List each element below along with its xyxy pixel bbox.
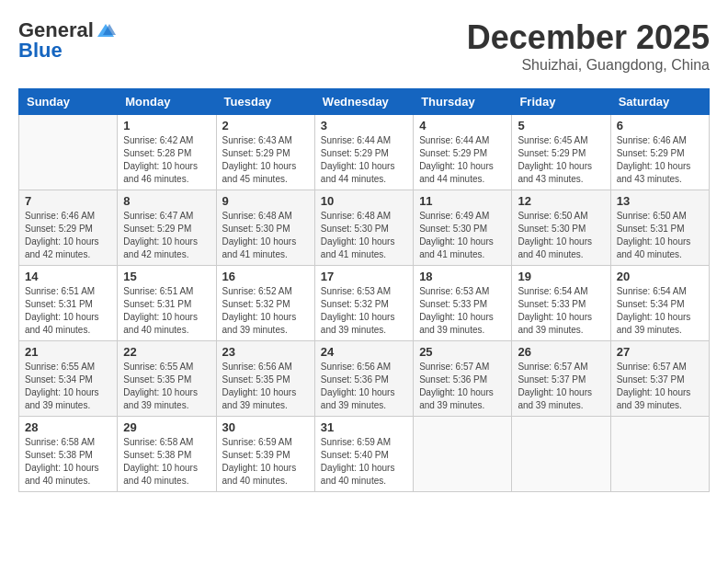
table-row: 22Sunrise: 6:55 AM Sunset: 5:35 PM Dayli… [118, 341, 216, 417]
day-number: 7 [25, 194, 111, 208]
table-row: 24Sunrise: 6:56 AM Sunset: 5:36 PM Dayli… [314, 341, 413, 417]
day-info: Sunrise: 6:56 AM Sunset: 5:36 PM Dayligh… [321, 361, 407, 412]
day-number: 1 [123, 119, 210, 132]
day-info: Sunrise: 6:55 AM Sunset: 5:35 PM Dayligh… [123, 361, 210, 412]
day-number: 5 [518, 119, 604, 132]
table-row: 30Sunrise: 6:59 AM Sunset: 5:39 PM Dayli… [216, 417, 314, 492]
day-info: Sunrise: 6:57 AM Sunset: 5:37 PM Dayligh… [617, 361, 703, 412]
table-row [414, 417, 512, 492]
header-sunday: Sunday [19, 89, 118, 115]
calendar-week-row: 7Sunrise: 6:46 AM Sunset: 5:29 PM Daylig… [19, 190, 710, 266]
table-row [512, 417, 610, 492]
day-info: Sunrise: 6:58 AM Sunset: 5:38 PM Dayligh… [25, 436, 111, 488]
day-info: Sunrise: 6:54 AM Sunset: 5:33 PM Dayligh… [518, 285, 604, 337]
day-number: 4 [419, 119, 506, 132]
day-info: Sunrise: 6:46 AM Sunset: 5:29 PM Dayligh… [25, 210, 111, 261]
calendar-header-row: Sunday Monday Tuesday Wednesday Thursday… [19, 89, 710, 115]
day-info: Sunrise: 6:46 AM Sunset: 5:29 PM Dayligh… [617, 134, 703, 186]
day-number: 24 [321, 345, 407, 359]
calendar-week-row: 14Sunrise: 6:51 AM Sunset: 5:31 PM Dayli… [19, 266, 710, 341]
table-row: 9Sunrise: 6:48 AM Sunset: 5:30 PM Daylig… [216, 190, 314, 266]
table-row: 4Sunrise: 6:44 AM Sunset: 5:29 PM Daylig… [414, 115, 512, 190]
table-row: 31Sunrise: 6:59 AM Sunset: 5:40 PM Dayli… [314, 417, 413, 492]
day-number: 17 [321, 270, 407, 283]
day-number: 12 [518, 194, 604, 208]
day-info: Sunrise: 6:50 AM Sunset: 5:31 PM Dayligh… [617, 210, 703, 261]
table-row: 12Sunrise: 6:50 AM Sunset: 5:30 PM Dayli… [512, 190, 610, 266]
table-row: 27Sunrise: 6:57 AM Sunset: 5:37 PM Dayli… [610, 341, 709, 417]
table-row: 6Sunrise: 6:46 AM Sunset: 5:29 PM Daylig… [610, 115, 709, 190]
table-row: 20Sunrise: 6:54 AM Sunset: 5:34 PM Dayli… [610, 266, 709, 341]
table-row: 17Sunrise: 6:53 AM Sunset: 5:32 PM Dayli… [314, 266, 413, 341]
header-friday: Friday [512, 89, 610, 115]
day-number: 15 [123, 270, 210, 283]
table-row: 21Sunrise: 6:55 AM Sunset: 5:34 PM Dayli… [19, 341, 118, 417]
logo: General Blue [18, 18, 118, 63]
day-info: Sunrise: 6:52 AM Sunset: 5:32 PM Dayligh… [222, 285, 309, 337]
day-info: Sunrise: 6:58 AM Sunset: 5:38 PM Dayligh… [123, 436, 210, 488]
day-number: 27 [617, 345, 703, 359]
header-saturday: Saturday [610, 89, 709, 115]
table-row: 28Sunrise: 6:58 AM Sunset: 5:38 PM Dayli… [19, 417, 118, 492]
table-row: 2Sunrise: 6:43 AM Sunset: 5:29 PM Daylig… [216, 115, 314, 190]
day-number: 19 [518, 270, 604, 283]
day-info: Sunrise: 6:59 AM Sunset: 5:40 PM Dayligh… [321, 436, 407, 488]
day-info: Sunrise: 6:57 AM Sunset: 5:37 PM Dayligh… [518, 361, 604, 412]
header: General Blue December 2025 Shuizhai, Gua… [18, 18, 710, 74]
calendar-week-row: 28Sunrise: 6:58 AM Sunset: 5:38 PM Dayli… [19, 417, 710, 492]
day-info: Sunrise: 6:56 AM Sunset: 5:35 PM Dayligh… [222, 361, 309, 412]
logo-icon [96, 22, 116, 39]
day-number: 22 [123, 345, 210, 359]
day-info: Sunrise: 6:42 AM Sunset: 5:28 PM Dayligh… [123, 134, 210, 186]
day-number: 16 [222, 270, 309, 283]
day-number: 8 [123, 194, 210, 208]
day-number: 20 [617, 270, 703, 283]
table-row: 18Sunrise: 6:53 AM Sunset: 5:33 PM Dayli… [414, 266, 512, 341]
header-tuesday: Tuesday [216, 89, 314, 115]
day-info: Sunrise: 6:57 AM Sunset: 5:36 PM Dayligh… [419, 361, 506, 412]
table-row: 7Sunrise: 6:46 AM Sunset: 5:29 PM Daylig… [19, 190, 118, 266]
day-number: 18 [419, 270, 506, 283]
day-info: Sunrise: 6:44 AM Sunset: 5:29 PM Dayligh… [419, 134, 506, 186]
day-number: 3 [321, 119, 407, 132]
day-info: Sunrise: 6:49 AM Sunset: 5:30 PM Dayligh… [419, 210, 506, 261]
day-number: 14 [25, 270, 111, 283]
day-number: 30 [222, 420, 309, 434]
day-number: 11 [419, 194, 506, 208]
day-info: Sunrise: 6:44 AM Sunset: 5:29 PM Dayligh… [321, 134, 407, 186]
day-number: 9 [222, 194, 309, 208]
table-row: 14Sunrise: 6:51 AM Sunset: 5:31 PM Dayli… [19, 266, 118, 341]
day-info: Sunrise: 6:54 AM Sunset: 5:34 PM Dayligh… [617, 285, 703, 337]
table-row: 5Sunrise: 6:45 AM Sunset: 5:29 PM Daylig… [512, 115, 610, 190]
day-info: Sunrise: 6:59 AM Sunset: 5:39 PM Dayligh… [222, 436, 309, 488]
location-title: Shuizhai, Guangdong, China [467, 57, 710, 74]
table-row: 23Sunrise: 6:56 AM Sunset: 5:35 PM Dayli… [216, 341, 314, 417]
title-section: December 2025 Shuizhai, Guangdong, China [467, 18, 710, 74]
day-number: 28 [25, 420, 111, 434]
day-number: 6 [617, 119, 703, 132]
header-monday: Monday [118, 89, 216, 115]
header-wednesday: Wednesday [314, 89, 413, 115]
day-info: Sunrise: 6:47 AM Sunset: 5:29 PM Dayligh… [123, 210, 210, 261]
table-row: 29Sunrise: 6:58 AM Sunset: 5:38 PM Dayli… [118, 417, 216, 492]
day-number: 31 [321, 420, 407, 434]
day-number: 25 [419, 345, 506, 359]
table-row: 26Sunrise: 6:57 AM Sunset: 5:37 PM Dayli… [512, 341, 610, 417]
table-row [610, 417, 709, 492]
day-number: 23 [222, 345, 309, 359]
table-row: 15Sunrise: 6:51 AM Sunset: 5:31 PM Dayli… [118, 266, 216, 341]
table-row: 10Sunrise: 6:48 AM Sunset: 5:30 PM Dayli… [314, 190, 413, 266]
table-row: 19Sunrise: 6:54 AM Sunset: 5:33 PM Dayli… [512, 266, 610, 341]
day-info: Sunrise: 6:53 AM Sunset: 5:32 PM Dayligh… [321, 285, 407, 337]
day-info: Sunrise: 6:48 AM Sunset: 5:30 PM Dayligh… [321, 210, 407, 261]
logo-blue: Blue [18, 39, 63, 63]
day-info: Sunrise: 6:53 AM Sunset: 5:33 PM Dayligh… [419, 285, 506, 337]
header-thursday: Thursday [414, 89, 512, 115]
day-info: Sunrise: 6:55 AM Sunset: 5:34 PM Dayligh… [25, 361, 111, 412]
day-info: Sunrise: 6:43 AM Sunset: 5:29 PM Dayligh… [222, 134, 309, 186]
day-number: 10 [321, 194, 407, 208]
day-info: Sunrise: 6:45 AM Sunset: 5:29 PM Dayligh… [518, 134, 604, 186]
day-number: 26 [518, 345, 604, 359]
table-row: 3Sunrise: 6:44 AM Sunset: 5:29 PM Daylig… [314, 115, 413, 190]
day-info: Sunrise: 6:51 AM Sunset: 5:31 PM Dayligh… [123, 285, 210, 337]
